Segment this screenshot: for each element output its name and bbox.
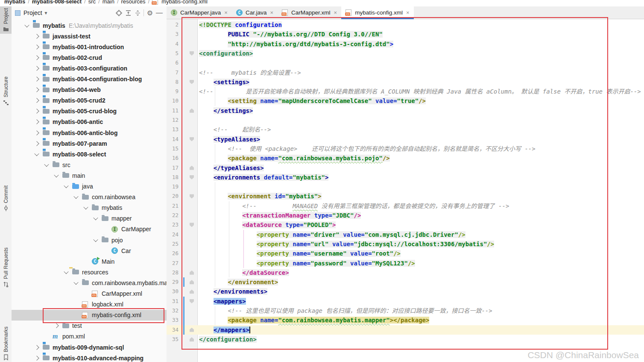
tool-stripe-item-structure[interactable]: Structure: [0, 75, 12, 107]
tool-stripe-item-pull-requests[interactable]: Pull Requests: [0, 246, 12, 289]
chevron-expanded-icon[interactable]: [83, 205, 88, 209]
tree-item-mybatis-006-antic-blog[interactable]: mybatis-006-antic-blog: [12, 127, 167, 138]
editor-tab-CarMapper.java[interactable]: ICarMapper.java×: [167, 6, 232, 19]
chevron-collapsed-icon[interactable]: [34, 356, 39, 360]
tree-item-CarMapper.xml[interactable]: <>CarMapper.xml: [12, 288, 167, 299]
fold-region-end-icon[interactable]: [190, 328, 194, 332]
tree-item-mapper[interactable]: mapper: [12, 213, 167, 224]
code-line-5[interactable]: 5<configuration>: [167, 49, 644, 58]
chevron-collapsed-icon[interactable]: [34, 98, 39, 103]
tree-item-mybatis-config.xml[interactable]: <>mybatis-config.xml: [12, 310, 167, 321]
tree-item-mybatis-004-web[interactable]: mybatis-004-web: [12, 85, 167, 95]
tree-item-Main[interactable]: CMain: [12, 256, 167, 267]
fold-region-end-icon[interactable]: [190, 166, 194, 170]
code-line-7[interactable]: 7<!-- mybatis 的全局设置-->: [167, 68, 644, 77]
code-line-17[interactable]: 17 </typeAliases>: [167, 163, 644, 173]
code-line-12[interactable]: 12: [167, 115, 644, 125]
breadcrumb-segment[interactable]: resources: [121, 0, 146, 5]
editor-tab-CarMapper.xml[interactable]: <>CarMapper.xml×: [278, 6, 341, 19]
tool-stripe-item-project[interactable]: Project: [0, 6, 12, 34]
chevron-expanded-icon[interactable]: [73, 280, 78, 285]
fold-region-start-icon[interactable]: [190, 51, 194, 56]
tree-item-main[interactable]: main: [12, 170, 167, 181]
tool-stripe-item-commit[interactable]: Commit: [0, 184, 12, 213]
chevron-expanded-icon[interactable]: [34, 151, 39, 156]
chevron-expanded-icon[interactable]: [93, 215, 98, 220]
code-line-4[interactable]: 4 "http://mybatis.org/dtd/mybatis-3-conf…: [167, 39, 644, 49]
tree-item-pojo[interactable]: pojo: [12, 235, 167, 245]
chevron-collapsed-icon[interactable]: [34, 44, 39, 49]
code-line-16[interactable]: 16 <package name="com.rainbowsea.mybatis…: [167, 153, 644, 163]
code-line-20[interactable]: 20 <environment id="mybatis">: [167, 191, 644, 201]
tree-item-mybatis[interactable]: mybatis: [12, 203, 167, 213]
chevron-expanded-icon[interactable]: [64, 269, 68, 274]
code-line-23[interactable]: 23 <dataSource type="POOLED">: [167, 220, 644, 230]
chevron-expanded-icon[interactable]: [93, 237, 98, 241]
collapse-all-icon[interactable]: [133, 8, 142, 18]
code-line-13[interactable]: 13 <!-- 起别名-->: [167, 125, 644, 134]
hide-panel-icon[interactable]: —: [155, 8, 164, 18]
code-line-30[interactable]: 30 </environments>: [167, 287, 644, 296]
code-line-10[interactable]: 10 <setting name="mapUnderscoreToCamelCa…: [167, 96, 644, 106]
chevron-expanded-icon[interactable]: [24, 22, 29, 27]
fold-region-start-icon[interactable]: [190, 299, 194, 303]
chevron-collapsed-icon[interactable]: [34, 55, 39, 60]
tree-item-mybatis-003-configuration[interactable]: mybatis-003-configuration: [12, 63, 167, 74]
tree-item-mybatis[interactable]: mybatisE:\Java\mybatis\mybatis: [12, 20, 167, 31]
code-line-9[interactable]: 9<!-- 是否开启驼峰命名自动映射，即从经典数据库列名 A_COLUMN 映射…: [167, 87, 644, 96]
chevron-collapsed-icon[interactable]: [34, 77, 39, 81]
code-line-15[interactable]: 15 <!-- 使用 <package> 还可以将这个包下的所有的类的全部自动起…: [167, 144, 644, 153]
code-line-32[interactable]: 32 <!-- 这里也是可以使用 package 包名扫描，但是同样的：对应接口…: [167, 306, 644, 315]
code-line-35[interactable]: 35</configuration>: [167, 335, 644, 344]
close-icon[interactable]: ×: [334, 9, 337, 16]
code-line-14[interactable]: 14 <typeAliases>: [167, 135, 644, 144]
tree-item-test[interactable]: test: [12, 321, 167, 331]
tree-item-src[interactable]: src: [12, 159, 167, 170]
chevron-collapsed-icon[interactable]: [34, 87, 39, 92]
code-line-33[interactable]: 33 <package name="com.rainbowsea.mybatis…: [167, 315, 644, 325]
chevron-expanded-icon[interactable]: [73, 194, 78, 199]
tree-item-mybatis-002-crud[interactable]: mybatis-002-crud: [12, 52, 167, 63]
code-line-27[interactable]: 27 <property name="password" value="MySQ…: [167, 259, 644, 268]
settings-gear-icon[interactable]: ⚙: [145, 8, 155, 18]
chevron-collapsed-icon[interactable]: [54, 324, 59, 328]
tree-item-mybatis-008-select[interactable]: mybatis-008-select: [12, 149, 167, 159]
code-line-24[interactable]: 24 <property name="driver" value="com.my…: [167, 230, 644, 239]
code-line-28[interactable]: 28 </dataSource>: [167, 268, 644, 277]
fold-region-start-icon[interactable]: [190, 223, 194, 227]
fold-region-end-icon[interactable]: [190, 280, 194, 284]
tree-item-pom.xml[interactable]: mpom.xml: [12, 331, 167, 342]
chevron-collapsed-icon[interactable]: [34, 345, 39, 350]
chevron-collapsed-icon[interactable]: [34, 34, 39, 38]
chevron-down-icon[interactable]: ▼: [44, 11, 48, 15]
tree-item-mybatis-004-configuration-blog[interactable]: mybatis-004-configuration-blog: [12, 74, 167, 85]
chevron-collapsed-icon[interactable]: [34, 109, 39, 114]
code-editor[interactable]: 2<!DOCTYPE configuration3 PUBLIC "-//myb…: [167, 19, 644, 362]
code-line-31[interactable]: 31 <mappers>: [167, 297, 644, 306]
breadcrumb-segment[interactable]: mybatis-008-select: [32, 0, 82, 5]
tool-stripe-item-bookmarks[interactable]: Bookmarks: [0, 325, 12, 362]
code-line-22[interactable]: 22 <transactionManager type="JDBC"/>: [167, 211, 644, 220]
code-line-21[interactable]: 21 <!-- MANAGED 没有用第三框架管理的话，都是会被提交的，没有事务…: [167, 201, 644, 211]
close-icon[interactable]: ×: [406, 9, 410, 16]
tree-item-mybatis-005-crud-blog[interactable]: mybatis-005-crud-blog: [12, 106, 167, 117]
chevron-collapsed-icon[interactable]: [34, 130, 39, 135]
tree-item-mybatis-006-antic[interactable]: mybatis-006-antic: [12, 117, 167, 127]
code-line-11[interactable]: 11 </settings>: [167, 106, 644, 115]
code-line-19[interactable]: 19: [167, 182, 644, 191]
chevron-expanded-icon[interactable]: [54, 173, 59, 177]
fold-region-start-icon[interactable]: [190, 80, 194, 84]
tree-item-logback.xml[interactable]: <>logback.xml: [12, 299, 167, 310]
expand-all-icon[interactable]: [123, 8, 133, 18]
code-line-26[interactable]: 26 <property name="username" value="root…: [167, 249, 644, 258]
code-line-3[interactable]: 3 PUBLIC "-//mybatis.org//DTD Config 3.0…: [167, 29, 644, 39]
code-line-2[interactable]: 2<!DOCTYPE configuration: [167, 20, 644, 29]
chevron-collapsed-icon[interactable]: [34, 66, 39, 71]
fold-region-end-icon[interactable]: [190, 109, 194, 113]
tree-item-mybatis-005-crud2[interactable]: mybatis-005-crud2: [12, 95, 167, 106]
fold-region-start-icon[interactable]: [190, 137, 194, 141]
close-icon[interactable]: ×: [224, 9, 228, 16]
breadcrumb-file[interactable]: mybatis-config.xml: [161, 0, 208, 5]
tree-item-com.rainbowsea.mybatis.ma[interactable]: com.rainbowsea.mybatis.ma: [12, 277, 167, 288]
code-line-8[interactable]: 8 <settings>: [167, 77, 644, 87]
